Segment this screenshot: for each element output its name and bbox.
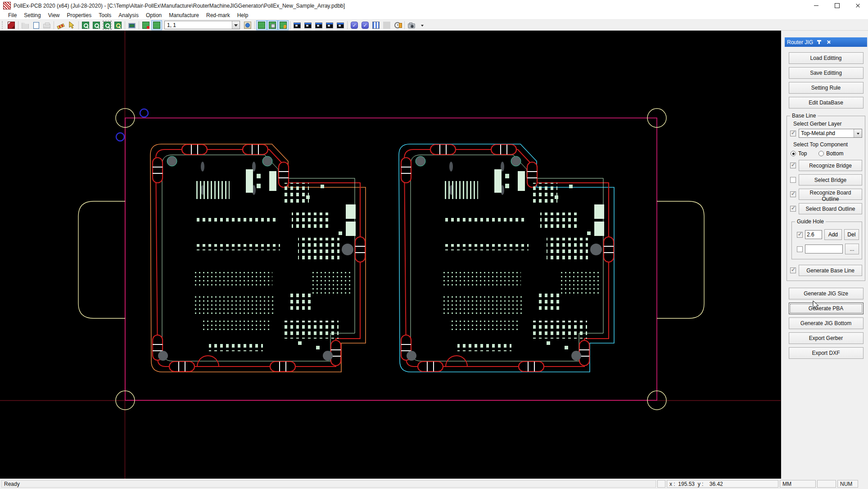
board-view-top-icon[interactable]	[140, 20, 151, 30]
display-monitor-icon[interactable]	[127, 20, 137, 30]
gerber-layer-value: Top-Metal.phd	[801, 130, 835, 136]
menu-file[interactable]: File	[5, 12, 20, 19]
gerber-layer-checkbox[interactable]	[790, 131, 796, 136]
app-logo-icon	[3, 2, 11, 9]
measure-ruler-icon[interactable]	[55, 20, 66, 30]
save-editting-button[interactable]: Save Editting	[789, 67, 863, 79]
show-drill-icon[interactable]	[278, 20, 289, 30]
resize-grip[interactable]	[859, 480, 867, 488]
guide-hole-browse-button[interactable]: ...	[845, 244, 859, 254]
show-components-icon[interactable]	[267, 20, 278, 30]
load-editting-button[interactable]: Load Editting	[789, 52, 863, 64]
export-dxf-button[interactable]: Export DXF	[789, 347, 863, 359]
num-lock-indicator: NUM	[837, 480, 858, 488]
minimize-button[interactable]	[806, 0, 827, 11]
recognize-bridge-button[interactable]: Recognize Bridge	[799, 160, 862, 171]
menu-properties[interactable]: Properties	[63, 12, 95, 19]
router-jig-panel: Router JIG Load Editting Save Editting S…	[784, 31, 868, 479]
setting-rule-button[interactable]: Setting Rule	[789, 82, 863, 94]
text-window-icon[interactable]	[335, 20, 346, 30]
array-combo-dropdown[interactable]	[232, 21, 240, 29]
select-arrow-icon[interactable]	[66, 20, 77, 30]
print-icon[interactable]	[41, 20, 52, 30]
show-gerber-layer-icon[interactable]	[256, 20, 267, 30]
select-board-outline-button[interactable]: Select Board Outline	[799, 203, 862, 214]
toolbar-overflow-chevron[interactable]	[417, 20, 428, 30]
toolbar-separator	[78, 21, 79, 29]
gerber-layer-dropdown[interactable]	[854, 129, 862, 137]
generate-base-line-button[interactable]: Generate Base Line	[799, 265, 862, 276]
save-icon[interactable]	[31, 20, 41, 30]
export-gerber-button[interactable]: Export Gerber	[789, 332, 863, 344]
pcb-canvas[interactable]	[0, 31, 781, 479]
zoom-in-icon[interactable]	[80, 20, 91, 30]
generate-base-line-checkbox[interactable]	[790, 267, 796, 273]
select-gerber-layer-label: Select Gerber Layer	[793, 121, 862, 127]
menu-tools[interactable]: Tools	[95, 12, 115, 19]
recognize-board-outline-checkbox[interactable]	[790, 191, 796, 197]
report-columns-icon[interactable]	[371, 20, 381, 30]
menu-view[interactable]: View	[45, 12, 63, 19]
menu-setting[interactable]: Setting	[20, 12, 44, 19]
status-spacer-1	[657, 480, 665, 488]
edit-database-button[interactable]: Edit DataBase	[789, 97, 863, 109]
close-button[interactable]	[847, 0, 868, 11]
pollex-document-icon[interactable]	[6, 20, 17, 30]
zoom-out-glyph	[93, 22, 100, 29]
show-gerber-layer-glyph	[258, 22, 265, 29]
zoom-fit-icon[interactable]	[113, 20, 123, 30]
guide-hole-custom-checkbox[interactable]	[797, 246, 803, 252]
layer-window-icon[interactable]	[313, 20, 324, 30]
close-panel-button[interactable]	[825, 39, 832, 45]
menu-analysis[interactable]: Analysis	[115, 12, 142, 19]
guide-hole-group: Guide Hole Add Del ...	[791, 222, 862, 259]
recognize-bridge-checkbox[interactable]	[790, 163, 796, 168]
pin-panel-button[interactable]	[816, 39, 823, 45]
menu-bar: File Setting View Properties Tools Analy…	[0, 11, 868, 19]
verify-check-2-icon[interactable]	[360, 20, 371, 30]
history-clock-icon[interactable]	[392, 20, 403, 30]
array-combo[interactable]: 1, 1	[164, 21, 240, 29]
bottom-radio-label: Bottom	[826, 150, 843, 157]
menu-red-mark[interactable]: Red-mark	[203, 12, 234, 19]
guide-hole-diameter-input[interactable]	[805, 230, 822, 239]
guide-hole-custom-input[interactable]	[805, 244, 843, 254]
generate-jig-size-button[interactable]: Generate JIG Size	[789, 288, 863, 299]
board-view-selected-icon[interactable]	[151, 20, 162, 30]
part-window-icon[interactable]	[303, 20, 313, 30]
guide-hole-add-button[interactable]: Add	[824, 229, 842, 240]
select-bridge-checkbox[interactable]	[790, 177, 796, 183]
disabled-tool-glyph	[383, 22, 390, 29]
toolbar-separator	[54, 21, 54, 29]
pin-window-icon[interactable]	[324, 20, 335, 30]
verify-check-1-icon[interactable]	[349, 20, 360, 30]
select-board-outline-checkbox[interactable]	[790, 206, 796, 212]
open-folder-icon[interactable]	[20, 20, 31, 30]
net-window-icon[interactable]	[292, 20, 303, 30]
gerber-layer-combo[interactable]: Top-Metal.phd	[799, 129, 862, 138]
pin-icon	[818, 40, 820, 44]
part-window-glyph	[304, 23, 312, 28]
recognize-board-outline-button[interactable]: Recognize Board Outline	[799, 189, 862, 200]
zoom-out-icon[interactable]	[91, 20, 102, 30]
menu-help[interactable]: Help	[234, 12, 252, 19]
zoom-window-icon[interactable]	[102, 20, 113, 30]
board-home-icon[interactable]	[242, 20, 253, 30]
generate-jig-bottom-button[interactable]: Generate JIG Bottom	[789, 317, 863, 329]
top-radio[interactable]	[791, 151, 796, 156]
display-monitor-glyph	[128, 23, 136, 28]
guide-hole-del-button[interactable]: Del	[844, 229, 859, 240]
select-top-component-label: Select Top Component	[793, 141, 862, 148]
menu-option[interactable]: Option	[142, 12, 165, 19]
zoom-window-glyph	[104, 22, 111, 29]
guide-hole-group-label: Guide Hole	[795, 218, 826, 225]
select-bridge-button[interactable]: Select Bridge	[799, 174, 862, 186]
guide-hole-diameter-checkbox[interactable]	[797, 232, 803, 238]
toolbar-drag-handle[interactable]	[2, 21, 4, 29]
snapshot-camera-icon[interactable]	[406, 20, 417, 30]
maximize-button[interactable]	[827, 0, 847, 11]
bottom-radio[interactable]	[818, 151, 824, 156]
print-glyph	[43, 24, 50, 28]
generate-pba-button[interactable]: Generate PBA	[789, 303, 863, 314]
menu-manufacture[interactable]: Manufacture	[165, 12, 203, 19]
